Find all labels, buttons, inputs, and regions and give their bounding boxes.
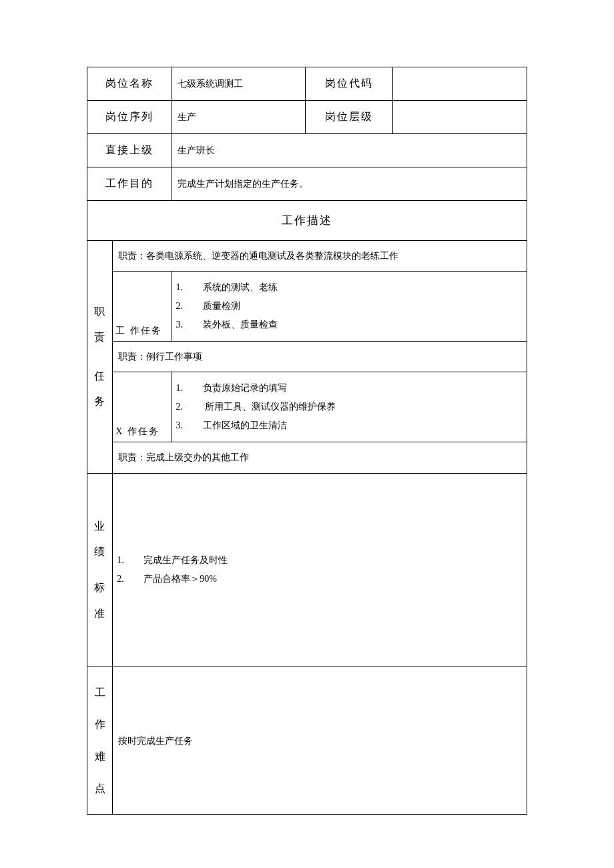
list-item: 1. 完成生产任务及时性: [115, 551, 524, 570]
list-item: 2. 质量检测: [175, 297, 524, 316]
performance-side-label-line1: 业绩: [93, 514, 107, 565]
position-code-label: 岗位代码: [306, 67, 393, 101]
duty2-title: 职责：例行工作事项: [113, 342, 527, 372]
task-label-1: 工 作任务: [113, 272, 172, 342]
performance-side-label-line2: 标准: [93, 575, 107, 626]
list-item: 1. 负责原始记录的填写: [175, 379, 524, 398]
task-label-2: X 作任务: [113, 372, 172, 442]
position-name-label: 岗位名称: [87, 67, 172, 101]
position-level-value: [393, 101, 527, 134]
job-description-table: 岗位名称 七级系统调测工 岗位代码 岗位序列 生产 岗位层级 直接上级 生产班长…: [87, 67, 527, 815]
list-item: 2. 产品合格率＞90%: [115, 570, 524, 588]
direct-superior-label: 直接上级: [87, 134, 172, 167]
duty1-tasks: 1. 系统的测试、老练2. 质量检测3. 装外板、质量检查: [172, 272, 527, 342]
position-sequence-label: 岗位序列: [87, 101, 172, 134]
difficulty-content: 按时完成生产任务: [113, 667, 527, 815]
difficulty-c2: 作: [90, 709, 109, 741]
difficulty-c3: 难: [90, 741, 109, 773]
duty1-title: 职责：各类电源系统、逆变器的通电测试及各类整流模块的老练工作: [113, 241, 527, 272]
list-item: 3. 装外板、质量检查: [175, 316, 524, 334]
work-purpose-value: 完成生产计划指定的生产任务。: [172, 167, 527, 201]
work-description-header: 工作描述: [87, 201, 527, 241]
duties-side-label-line2: 任务: [90, 364, 109, 415]
duty2-tasks: 1. 负责原始记录的填写2. 所用工具、测试仪器的维护保养3. 工作区域的卫生清…: [172, 372, 527, 442]
performance-side-label: 业绩 标准: [87, 473, 113, 667]
difficulty-c1: 工: [90, 677, 109, 709]
position-sequence-value: 生产: [172, 101, 306, 134]
difficulty-side-label: 工 作 难 点: [87, 667, 113, 815]
list-item: 3. 工作区域的卫生清洁: [175, 416, 524, 435]
direct-superior-value: 生产班长: [172, 134, 527, 167]
list-item: 1. 系统的测试、老练: [175, 278, 524, 297]
position-name-value: 七级系统调测工: [172, 67, 306, 101]
performance-content: 1. 完成生产任务及时性2. 产品合格率＞90%: [113, 473, 527, 667]
difficulty-c4: 点: [90, 773, 109, 805]
list-item: 2. 所用工具、测试仪器的维护保养: [175, 398, 524, 416]
duty3-title: 职责：完成上级交办的其他工作: [113, 442, 527, 473]
duties-side-label-line1: 职责: [90, 299, 109, 350]
duties-side-label: 职责 任务: [87, 241, 113, 474]
position-level-label: 岗位层级: [306, 101, 393, 134]
work-purpose-label: 工作目的: [87, 167, 172, 201]
position-code-value: [393, 67, 527, 101]
